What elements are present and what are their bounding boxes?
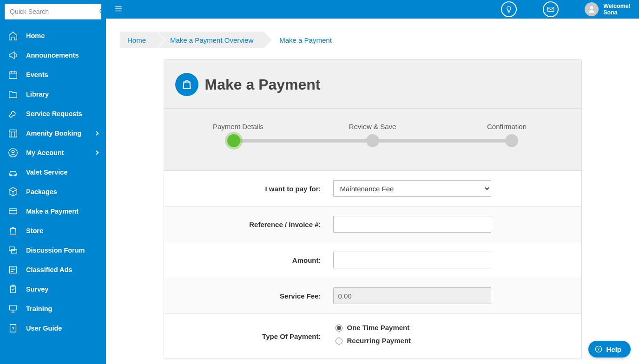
label-reference: Reference / Invoice #:: [175, 221, 333, 228]
input-reference[interactable]: [333, 216, 491, 233]
radio-one-time-input[interactable]: [336, 325, 343, 332]
search-icon: [99, 8, 101, 15]
input-amount[interactable]: [333, 252, 491, 268]
search-box: [5, 4, 101, 20]
megaphone-icon: [7, 50, 19, 61]
sidebar-item-label: Service Requests: [26, 110, 82, 117]
step-dot-1: [227, 134, 240, 147]
sidebar-item-label: Library: [26, 91, 49, 98]
avatar[interactable]: [585, 2, 599, 16]
radio-recurring-input[interactable]: [336, 338, 343, 344]
search-input[interactable]: [5, 4, 96, 19]
sidebar-item-label: Announcements: [26, 52, 79, 59]
newspaper-icon: [7, 264, 19, 275]
sidebar-item-amenity-booking[interactable]: Amenity Booking: [0, 124, 106, 143]
sidebar-item-training[interactable]: Training: [0, 299, 106, 318]
label-payment-type: Type Of Payment:: [175, 332, 333, 340]
sidebar-item-discussion-forum[interactable]: Discussion Forum: [0, 240, 106, 260]
sidebar: Home Announcements Events Library Servic…: [0, 0, 106, 364]
bag-icon: [7, 225, 19, 236]
help-icon: ?: [595, 345, 602, 353]
svg-text:?: ?: [12, 326, 14, 331]
search-button[interactable]: [96, 4, 101, 19]
breadcrumb-current: Make a Payment: [264, 32, 342, 48]
svg-rect-25: [10, 306, 17, 310]
row-pay-for: I want to pay for: Maintenance Fee: [164, 171, 581, 207]
breadcrumb-home[interactable]: Home: [120, 32, 156, 48]
calendar-icon: [7, 69, 19, 80]
clipboard-icon: [7, 284, 19, 295]
main-content: Home Make a Payment Overview Make a Paym…: [106, 19, 639, 364]
svg-rect-18: [11, 249, 17, 253]
svg-rect-33: [547, 7, 554, 12]
row-payment-type: Type Of Payment: One Time Payment Recurr…: [164, 314, 581, 359]
sidebar-item-packages[interactable]: Packages: [0, 182, 106, 202]
user-icon: [587, 5, 596, 14]
step-label-3: Confirmation: [479, 123, 535, 130]
user-circle-icon: [7, 147, 19, 158]
folder-icon: [7, 89, 19, 100]
sidebar-item-home[interactable]: Home: [0, 26, 106, 46]
payment-card: Make a Payment Payment Details Review & …: [164, 59, 582, 359]
breadcrumb-overview[interactable]: Make a Payment Overview: [156, 32, 264, 48]
sidebar-item-label: Classified Ads: [26, 266, 72, 273]
svg-text:?: ?: [598, 347, 600, 351]
label-pay-for: I want to pay for:: [175, 185, 333, 193]
radio-one-time[interactable]: One Time Payment: [333, 323, 491, 332]
svg-rect-2: [9, 72, 17, 79]
search-wrap: [0, 0, 106, 23]
sidebar-item-library[interactable]: Library: [0, 84, 106, 104]
step-dot-2: [366, 134, 379, 147]
sidebar-item-label: Discussion Forum: [26, 247, 85, 254]
svg-point-0: [100, 9, 101, 13]
label-amount: Amount:: [175, 256, 333, 264]
topbar: Welcome! Sona: [106, 0, 639, 19]
sidebar-item-label: Valet Service: [26, 169, 68, 176]
grid-calendar-icon: [7, 128, 19, 139]
progress-stepper: Payment Details Review & Save Confirmati…: [164, 109, 581, 171]
chevron-right-icon: [95, 149, 99, 156]
sidebar-item-survey[interactable]: Survey: [0, 280, 106, 299]
select-pay-for[interactable]: Maintenance Fee: [333, 180, 491, 197]
row-amount: Amount:: [164, 242, 581, 278]
help-doc-icon: ?: [7, 323, 19, 334]
sidebar-item-label: User Guide: [26, 325, 62, 332]
welcome-text: Welcome! Sona: [603, 3, 631, 16]
sidebar-item-service-requests[interactable]: Service Requests: [0, 104, 106, 124]
radio-recurring[interactable]: Recurring Payment: [333, 336, 491, 344]
svg-point-34: [590, 6, 593, 9]
sidebar-item-announcements[interactable]: Announcements: [0, 46, 106, 65]
credit-card-icon: [7, 206, 19, 217]
home-icon: [7, 30, 19, 41]
car-icon: [7, 167, 19, 178]
menu-toggle-button[interactable]: [114, 5, 123, 14]
envelope-icon: [547, 5, 555, 13]
progress-track: [234, 139, 512, 143]
sidebar-item-label: Packages: [26, 188, 57, 195]
svg-rect-15: [9, 209, 17, 214]
ideas-button[interactable]: [501, 1, 517, 17]
input-service-fee: [333, 287, 491, 304]
step-label-2: Review & Save: [345, 123, 401, 130]
breadcrumb: Home Make a Payment Overview Make a Paym…: [120, 32, 625, 48]
presentation-icon: [7, 303, 19, 314]
sidebar-item-store[interactable]: Store: [0, 221, 106, 240]
sidebar-item-my-account[interactable]: My Account: [0, 143, 106, 162]
sidebar-item-user-guide[interactable]: ?User Guide: [0, 318, 106, 338]
shopping-bag-icon: [175, 73, 198, 96]
label-service-fee: Service Fee:: [175, 292, 333, 300]
sidebar-item-events[interactable]: Events: [0, 65, 106, 84]
sidebar-item-label: My Account: [26, 149, 64, 156]
help-button[interactable]: ? Help: [588, 341, 631, 358]
messages-button[interactable]: [543, 1, 559, 17]
sidebar-item-label: Store: [26, 227, 43, 234]
sidebar-item-valet-service[interactable]: Valet Service: [0, 162, 106, 182]
step-label-1: Payment Details: [211, 123, 266, 130]
sidebar-item-label: Training: [26, 305, 52, 312]
sidebar-item-label: Amenity Booking: [26, 130, 81, 137]
sidebar-item-make-a-payment[interactable]: Make a Payment: [0, 202, 106, 221]
sidebar-item-classified-ads[interactable]: Classified Ads: [0, 260, 106, 280]
svg-point-11: [12, 150, 14, 153]
row-service-fee: Service Fee:: [164, 278, 581, 314]
chat-icon: [7, 245, 19, 256]
